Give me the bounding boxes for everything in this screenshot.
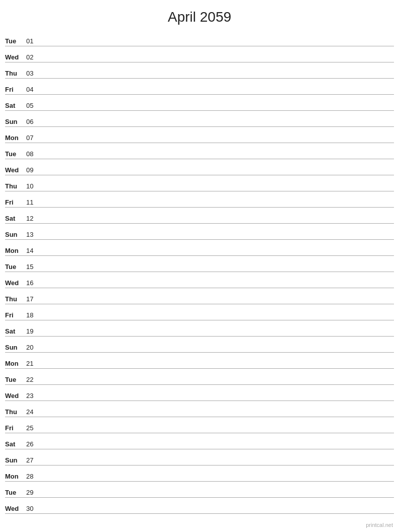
day-name: Mon xyxy=(5,360,26,367)
day-name: Wed xyxy=(5,53,26,61)
day-row: Sun06 xyxy=(5,111,394,127)
day-row: Fri04 xyxy=(5,79,394,95)
day-line xyxy=(40,335,394,335)
day-number: 19 xyxy=(26,327,40,335)
day-row: Tue22 xyxy=(5,369,394,385)
day-name: Wed xyxy=(5,392,26,400)
day-name: Mon xyxy=(5,247,26,254)
day-row: Thu10 xyxy=(5,175,394,191)
day-number: 28 xyxy=(26,473,40,480)
day-name: Wed xyxy=(5,505,26,512)
day-number: 12 xyxy=(26,215,40,222)
day-name: Thu xyxy=(5,182,26,190)
day-row: Wed02 xyxy=(5,46,394,62)
day-line xyxy=(40,399,394,400)
day-name: Sat xyxy=(5,215,26,222)
day-line xyxy=(40,447,394,448)
day-line xyxy=(40,222,394,222)
day-name: Wed xyxy=(5,166,26,174)
day-number: 23 xyxy=(26,392,40,400)
day-line xyxy=(40,254,394,254)
day-line xyxy=(40,238,394,238)
calendar-container: Tue01Wed02Thu03Fri04Sat05Sun06Mon07Tue08… xyxy=(0,30,399,514)
day-name: Sat xyxy=(5,440,26,448)
watermark: printcal.net xyxy=(366,522,393,528)
day-name: Thu xyxy=(5,295,26,303)
day-line xyxy=(40,93,394,93)
day-line xyxy=(40,157,394,158)
day-line xyxy=(40,189,394,190)
day-line xyxy=(40,125,394,125)
day-line xyxy=(40,496,394,496)
day-row: Sun13 xyxy=(5,224,394,240)
day-name: Sun xyxy=(5,344,26,351)
day-row: Sun20 xyxy=(5,337,394,353)
day-row: Sat12 xyxy=(5,208,394,224)
day-line xyxy=(40,431,394,432)
day-number: 17 xyxy=(26,295,40,303)
day-row: Wed16 xyxy=(5,272,394,288)
day-number: 26 xyxy=(26,440,40,448)
day-number: 09 xyxy=(26,166,40,174)
day-name: Fri xyxy=(5,86,26,93)
day-line xyxy=(40,173,394,174)
day-number: 13 xyxy=(26,231,40,238)
day-row: Fri18 xyxy=(5,304,394,320)
day-number: 08 xyxy=(26,150,40,158)
day-row: Sat05 xyxy=(5,95,394,111)
day-line xyxy=(40,351,394,351)
day-line xyxy=(40,109,394,109)
day-row: Fri25 xyxy=(5,417,394,433)
day-number: 30 xyxy=(26,505,40,512)
day-row: Tue08 xyxy=(5,143,394,159)
day-line xyxy=(40,302,394,303)
day-row: Mon07 xyxy=(5,127,394,143)
day-number: 24 xyxy=(26,408,40,416)
day-line xyxy=(40,367,394,367)
day-number: 03 xyxy=(26,70,40,77)
day-number: 07 xyxy=(26,134,40,142)
day-name: Sun xyxy=(5,118,26,125)
day-number: 27 xyxy=(26,456,40,464)
day-row: Mon28 xyxy=(5,466,394,482)
day-line xyxy=(40,383,394,383)
day-row: Wed30 xyxy=(5,498,394,514)
day-row: Mon21 xyxy=(5,353,394,369)
day-number: 22 xyxy=(26,376,40,383)
day-row: Tue01 xyxy=(5,30,394,46)
day-name: Sun xyxy=(5,231,26,238)
day-row: Mon14 xyxy=(5,240,394,256)
day-name: Tue xyxy=(5,489,26,496)
day-number: 02 xyxy=(26,53,40,61)
day-row: Tue15 xyxy=(5,256,394,272)
day-line xyxy=(40,60,394,61)
day-row: Sun27 xyxy=(5,449,394,466)
day-row: Sat26 xyxy=(5,433,394,449)
day-name: Fri xyxy=(5,311,26,319)
day-row: Thu17 xyxy=(5,288,394,304)
day-name: Tue xyxy=(5,150,26,158)
day-number: 15 xyxy=(26,263,40,271)
day-number: 18 xyxy=(26,311,40,319)
day-line xyxy=(40,512,394,512)
day-name: Tue xyxy=(5,37,26,45)
day-name: Mon xyxy=(5,134,26,142)
day-row: Tue29 xyxy=(5,482,394,498)
day-row: Fri11 xyxy=(5,191,394,208)
day-line xyxy=(40,206,394,206)
day-name: Sun xyxy=(5,456,26,464)
page-title: April 2059 xyxy=(0,0,399,30)
day-name: Sat xyxy=(5,327,26,335)
day-number: 29 xyxy=(26,489,40,496)
day-number: 04 xyxy=(26,86,40,93)
day-name: Wed xyxy=(5,279,26,287)
day-number: 06 xyxy=(26,118,40,125)
day-name: Fri xyxy=(5,424,26,432)
day-line xyxy=(40,270,394,271)
day-line xyxy=(40,77,394,77)
day-name: Tue xyxy=(5,376,26,383)
day-number: 01 xyxy=(26,37,40,45)
day-number: 21 xyxy=(26,360,40,367)
day-line xyxy=(40,141,394,142)
day-name: Tue xyxy=(5,263,26,271)
